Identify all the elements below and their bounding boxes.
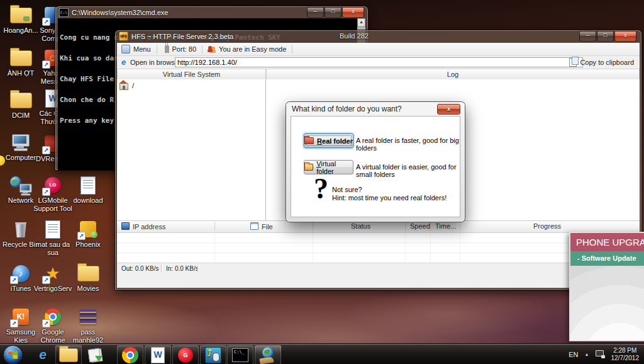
col-ip-address[interactable]: IP address <box>121 222 165 230</box>
browser-icon: e <box>119 57 128 67</box>
url-input[interactable] <box>175 57 583 67</box>
col-status[interactable]: Status <box>351 222 370 230</box>
hfs-toolbar: Menu Port: 80 You are in Easy mode <box>117 43 640 56</box>
taskbar-ie-button[interactable]: e <box>30 345 55 363</box>
transfers-table-header: IP address File Status Speed Time... Pro… <box>117 220 640 233</box>
taskbar-explorer-button[interactable] <box>55 345 82 364</box>
desktop-icon-download[interactable]: download <box>68 175 108 205</box>
cmd-icon <box>232 348 248 362</box>
folder-icon <box>10 50 32 66</box>
taskbar-skyupdate-button[interactable] <box>82 345 108 363</box>
cmd-close-button[interactable]: x <box>342 7 364 18</box>
scroll-up-icon[interactable]: ▲ <box>357 18 365 27</box>
word-icon <box>151 347 165 363</box>
menu-button[interactable]: Menu <box>117 43 155 55</box>
cmd-minimize-button[interactable]: – <box>307 7 324 18</box>
hfs-maximize-button[interactable]: □ <box>597 31 614 42</box>
taskbar: e G ⤴ EN ▲ 2:28 PM 12/7/2012 <box>0 343 644 364</box>
folder-icon <box>10 8 32 23</box>
col-speed[interactable]: Speed <box>410 222 430 230</box>
shortcut-arrow-icon: ➚ <box>10 319 18 327</box>
hfs-title: HFS ~ HTTP File Server 2.3 beta <box>131 33 233 40</box>
desktop-icon-vertrigoserv[interactable]: ★➚ VertrigoServ <box>33 263 73 293</box>
dialog-content: Real folder A real folder is faster, goo… <box>291 116 460 217</box>
shortcut-arrow-icon: ➚ <box>42 188 50 196</box>
ip-icon <box>121 222 130 230</box>
tray-time: 2:28 PM <box>611 347 640 355</box>
vfs-root-node[interactable]: / <box>117 79 265 90</box>
desktop-icon-phoenix[interactable]: ➚ Phoenix <box>68 219 108 249</box>
users-icon <box>208 45 216 53</box>
port-icon <box>165 45 169 53</box>
lg-icon: G <box>178 348 193 363</box>
network-icon <box>10 176 31 194</box>
internet-explorer-icon: e <box>39 347 47 362</box>
hint-text: Hint: most time you need real folders! <box>332 194 447 202</box>
network-tray-icon[interactable] <box>596 350 605 358</box>
hfs-close-button[interactable]: x <box>614 31 636 42</box>
folder-kind-dialog: What kind of folder do you want? x Real … <box>286 102 465 222</box>
clock[interactable]: 2:28 PM 12/7/2012 <box>611 347 640 362</box>
recycle-bin-icon <box>14 221 27 237</box>
start-button[interactable] <box>3 345 23 364</box>
port-button[interactable]: Port: 80 <box>158 43 201 55</box>
cmd-maximize-button[interactable]: □ <box>325 7 341 18</box>
status-out: Out: 0.0 KB/s <box>121 264 158 273</box>
virtual-folder-desc: A virtual folder is easier, good for sma… <box>356 163 460 178</box>
hfs-minimize-button[interactable]: – <box>579 31 596 42</box>
taskbar-cmd-button[interactable] <box>227 345 253 364</box>
hfs-titlebar[interactable]: HFS HFS ~ HTTP File Server 2.3 beta Buil… <box>115 30 641 42</box>
easy-mode-button[interactable]: You are in Easy mode <box>204 43 291 55</box>
virtual-folder-button[interactable]: Virtual folder <box>304 160 353 174</box>
desktop: HoangAn... ➚ Sony Eri Compa ÀNH ỢT ☺➚ Ya… <box>0 0 644 364</box>
shortcut-arrow-icon: ➚ <box>42 276 50 284</box>
copy-icon <box>569 58 577 67</box>
taskbar-hfs-button[interactable] <box>255 345 281 364</box>
explorer-folder-icon <box>59 348 78 362</box>
not-sure-text: Not sure? <box>332 186 362 193</box>
taskbar-lg-button[interactable]: G <box>172 345 199 364</box>
virtual-file-system-panel[interactable]: / <box>117 79 266 222</box>
col-time[interactable]: Time... <box>435 222 456 230</box>
phone-upgrade-body <box>570 266 644 340</box>
file-icon <box>250 222 258 230</box>
hfs-build-label: Build 282 <box>340 32 369 40</box>
show-hidden-icons-button[interactable]: ▲ <box>585 352 589 356</box>
taskbar-lgtool-button[interactable]: ⤴ <box>200 345 226 364</box>
taskbar-word-button[interactable] <box>145 345 171 364</box>
folder-icon <box>77 266 99 282</box>
menu-icon <box>121 45 130 54</box>
shortcut-arrow-icon: ➚ <box>42 18 50 26</box>
question-mark-icon: ? <box>314 174 328 203</box>
col-progress[interactable]: Progress <box>533 222 561 230</box>
shortcut-arrow-icon: ➚ <box>42 60 50 69</box>
language-indicator[interactable]: EN <box>569 351 578 358</box>
winrar-archive-icon <box>80 309 96 324</box>
folder-icon <box>10 93 32 108</box>
real-folder-button[interactable]: Real folder <box>304 134 353 148</box>
software-update-item[interactable]: - Software Update <box>570 251 644 266</box>
desktop-icon-mat-sau[interactable]: mat sau da sua <box>33 219 73 257</box>
taskbar-chrome-button[interactable] <box>117 345 143 364</box>
tray-date: 12/7/2012 <box>611 355 640 362</box>
open-in-browser-button[interactable]: Open in browser <box>130 59 181 66</box>
desktop-icon-movies[interactable]: Movies <box>68 263 108 293</box>
real-folder-desc: A real folder is faster, good for big fo… <box>356 137 460 152</box>
shortcut-arrow-icon: ➚ <box>42 146 50 154</box>
shortcut-arrow-icon: ➚ <box>77 232 86 240</box>
cmd-icon: C:\ <box>59 8 69 17</box>
upgrade-tool-icon: ⤴ <box>205 347 221 363</box>
desktop-icon-chrome[interactable]: ➚ Google Chrome <box>33 307 73 344</box>
hfs-status-bar: Out: 0.0 KB/s In: 0.0 KB/s <box>117 263 640 274</box>
transfers-table-body[interactable] <box>117 233 640 263</box>
desktop-icon-pass-rar[interactable]: pass manhle92 <box>68 307 108 344</box>
dialog-title: What kind of folder do you want? <box>292 105 402 113</box>
updater-book-icon <box>87 348 103 361</box>
col-file[interactable]: File <box>250 222 273 230</box>
chrome-icon <box>122 347 138 363</box>
yellow-folder-icon <box>304 164 313 171</box>
copy-to-clipboard-button[interactable]: Copy to clipboard <box>566 57 637 67</box>
dialog-close-button[interactable]: x <box>437 104 460 115</box>
phone-upgrade-header: PHONE UPGRADE <box>570 233 644 251</box>
desktop-icon-lgmobile[interactable]: LG➚ LGMobile Support Tool <box>33 175 73 213</box>
